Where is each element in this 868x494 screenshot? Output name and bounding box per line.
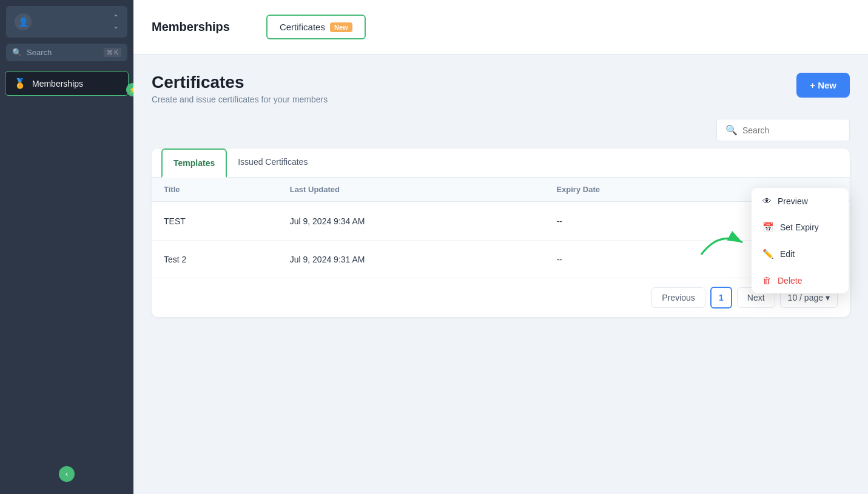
tab-templates[interactable]: Templates (161, 149, 227, 178)
col-last-updated: Last Updated (278, 178, 545, 202)
dropdown-set-expiry-label: Set Expiry (780, 222, 819, 232)
dropdown-menu: 👁 Preview 📅 Set Expiry ✏️ Edit 🗑 Delete (752, 188, 849, 293)
cell-title-2: Test 2 (152, 241, 278, 278)
chevron-icon: ⌃⌄ (113, 13, 119, 30)
dropdown-edit[interactable]: ✏️ Edit (752, 241, 849, 267)
topbar-title: Memberships (152, 20, 230, 34)
dropdown-edit-label: Edit (780, 249, 795, 259)
preview-icon: 👁 (762, 196, 772, 206)
dropdown-delete[interactable]: 🗑 Delete (752, 267, 849, 293)
page-title: Certificates (152, 73, 328, 92)
tab-certificates[interactable]: Certificates New (266, 15, 366, 39)
col-expiry-date: Expiry Date (544, 178, 726, 202)
search-bar[interactable]: 🔍 Search ⌘ K (6, 44, 127, 61)
dropdown-delete-label: Delete (778, 276, 802, 285)
new-button[interactable]: + New (796, 73, 850, 98)
edit-icon: ✏️ (762, 249, 774, 259)
topbar: Memberships Certificates New (133, 0, 868, 55)
dropdown-set-expiry[interactable]: 📅 Set Expiry (752, 214, 849, 241)
search-row: 🔍 (152, 119, 850, 141)
tab-new-badge: New (330, 22, 352, 32)
col-title: Title (152, 178, 278, 202)
sidebar-nav: 🏅 Memberships (0, 64, 133, 494)
main-area: Memberships Certificates New Certificate… (133, 0, 868, 494)
table-head: Title Last Updated Expiry Date (152, 178, 850, 202)
page-subtitle: Create and issue certificates for your m… (152, 95, 328, 104)
account-switcher[interactable]: 👤 ⌃⌄ (6, 6, 127, 38)
sidebar-item-label: Memberships (32, 79, 83, 88)
sidebar-collapse-button[interactable]: ‹ (59, 466, 75, 482)
delete-icon: 🗑 (762, 275, 772, 285)
topbar-tabs: Certificates New (266, 15, 366, 39)
inner-tabs: Templates Issued Certificates (152, 149, 850, 178)
sidebar: 👤 ⌃⌄ 🔍 Search ⌘ K ⚡ 🏅 Memberships ‹ (0, 0, 133, 494)
tab-certificates-label: Certificates (280, 22, 325, 32)
annotation-arrow (695, 224, 750, 263)
dropdown-preview-label: Preview (778, 196, 808, 206)
previous-button[interactable]: Previous (651, 287, 705, 308)
sidebar-item-memberships[interactable]: 🏅 Memberships (5, 71, 129, 96)
calendar-icon: 📅 (762, 222, 774, 233)
table-header-row: Title Last Updated Expiry Date (152, 178, 850, 202)
account-icon: 👤 (15, 13, 32, 30)
content-area: Certificates Create and issue certificat… (133, 55, 868, 494)
content-header: Certificates Create and issue certificat… (152, 73, 850, 104)
cell-title-1: TEST (152, 202, 278, 241)
per-page-label: 10 / page (788, 293, 823, 302)
content-titles: Certificates Create and issue certificat… (152, 73, 328, 104)
tab-issued-certificates[interactable]: Issued Certificates (227, 149, 318, 178)
pagination: Previous 1 Next 10 / page ▾ (152, 278, 850, 317)
search-icon: 🔍 (12, 48, 22, 57)
chevron-down-icon: ▾ (826, 293, 830, 302)
cell-updated-1: Jul 9, 2024 9:34 AM (278, 202, 545, 241)
search-text: Search (27, 48, 99, 57)
search-box[interactable]: 🔍 (716, 119, 850, 141)
search-shortcut: ⌘ K (104, 48, 121, 57)
cell-updated-2: Jul 9, 2024 9:31 AM (278, 241, 545, 278)
search-icon: 🔍 (725, 124, 738, 136)
memberships-icon: 🏅 (14, 78, 26, 89)
tab-issued-label: Issued Certificates (238, 157, 308, 167)
current-page[interactable]: 1 (710, 287, 732, 309)
search-input[interactable] (742, 125, 841, 135)
dropdown-preview[interactable]: 👁 Preview (752, 188, 849, 214)
tab-templates-label: Templates (173, 158, 215, 168)
